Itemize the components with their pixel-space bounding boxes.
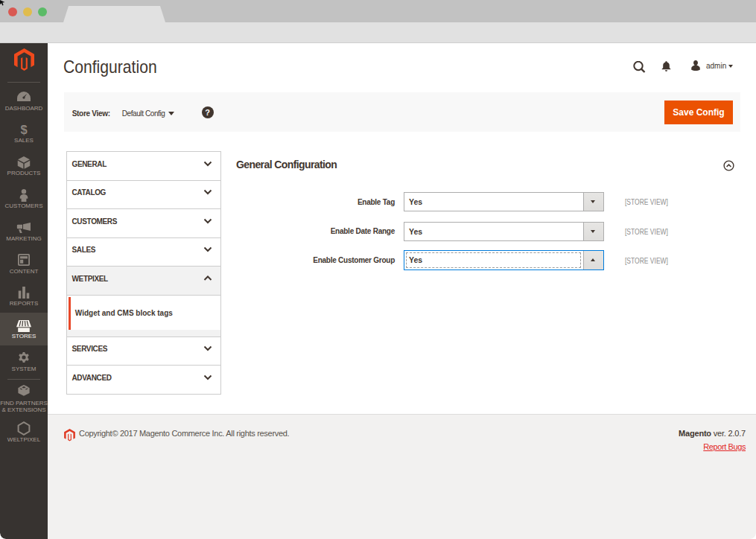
- svg-text:$: $: [20, 124, 27, 135]
